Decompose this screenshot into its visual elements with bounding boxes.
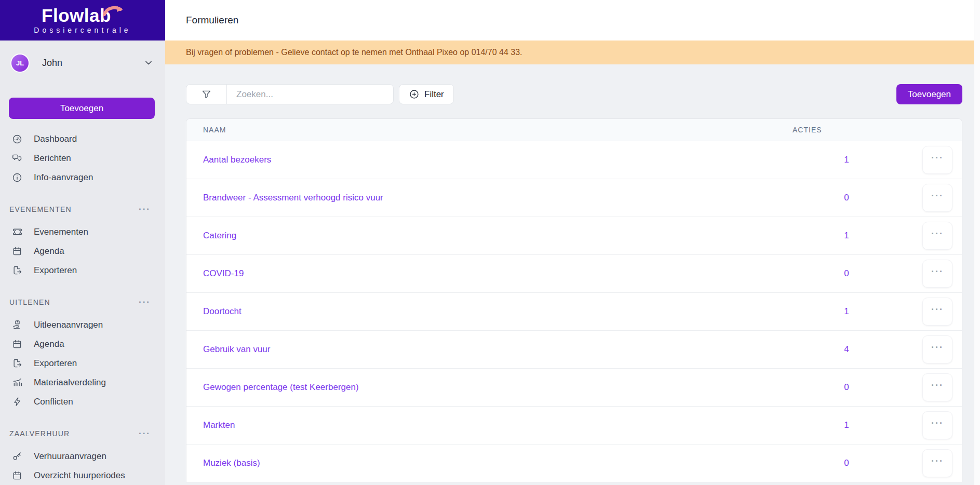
sidebar-section-uitlenen: UITLENEN ··· Uitleenaanvragen bbox=[0, 294, 165, 411]
logo-subtitle: Dossiercentrale bbox=[34, 26, 131, 34]
filter-button[interactable]: Filter bbox=[399, 84, 454, 104]
logo-arrow-icon bbox=[103, 4, 124, 18]
actions-count-link[interactable]: 1 bbox=[790, 231, 903, 241]
row-menu-button[interactable]: ··· bbox=[922, 373, 952, 401]
form-name-link[interactable]: Brandweer - Assessment verhoogd risico v… bbox=[186, 193, 790, 203]
table-row: Catering 1 ··· bbox=[186, 217, 962, 255]
calendar-icon bbox=[11, 339, 23, 350]
actions-count-link[interactable]: 0 bbox=[790, 268, 903, 279]
actions-count-link[interactable]: 4 bbox=[790, 344, 903, 355]
sidebar-item-info-aanvragen[interactable]: Info-aanvragen bbox=[0, 168, 165, 187]
sidebar-item-label: Uitleenaanvragen bbox=[34, 320, 103, 330]
form-name-link[interactable]: COVID-19 bbox=[186, 268, 790, 279]
sidebar-item-berichten[interactable]: Berichten bbox=[0, 149, 165, 168]
sidebar-item-label: Conflicten bbox=[34, 397, 73, 407]
gauge-icon bbox=[11, 133, 23, 145]
content: Filter Toevoegen NAAM ACTIES Aantal bezo… bbox=[165, 64, 980, 482]
row-menu-button[interactable]: ··· bbox=[922, 298, 952, 326]
sidebar-item-label: Exporteren bbox=[34, 358, 77, 369]
sidebar-item-exporteren-evenementen[interactable]: Exporteren bbox=[0, 261, 165, 280]
actions-count-link[interactable]: 0 bbox=[790, 382, 903, 393]
page-header: Formulieren bbox=[165, 0, 980, 41]
section-title: UITLENEN bbox=[9, 298, 50, 306]
form-name-link[interactable]: Doortocht bbox=[186, 306, 790, 317]
sidebar-item-label: Berichten bbox=[34, 153, 71, 164]
actions-count-link[interactable]: 1 bbox=[790, 155, 903, 165]
actions-count-link[interactable]: 0 bbox=[790, 193, 903, 203]
page-title: Formulieren bbox=[186, 15, 238, 26]
row-menu-button[interactable]: ··· bbox=[922, 222, 952, 250]
table-row: Doortocht 1 ··· bbox=[186, 293, 962, 331]
sidebar-item-label: Info-aanvragen bbox=[34, 172, 93, 183]
row-menu-button[interactable]: ··· bbox=[922, 411, 952, 439]
calendar-icon bbox=[11, 470, 23, 481]
main-area: Formulieren Bij vragen of problemen - Ge… bbox=[165, 0, 980, 485]
chat-icon bbox=[11, 153, 23, 164]
table-row: Markten 1 ··· bbox=[186, 407, 962, 444]
filter-button-label: Filter bbox=[424, 89, 444, 100]
sidebar-item-uitleenaanvragen[interactable]: Uitleenaanvragen bbox=[0, 315, 165, 334]
table-row: Gebruik van vuur 4 ··· bbox=[186, 331, 962, 369]
notice-banner: Bij vragen of problemen - Gelieve contac… bbox=[165, 41, 980, 64]
user-name: John bbox=[42, 58, 143, 69]
avatar: JL bbox=[10, 53, 30, 73]
actions-count-link[interactable]: 1 bbox=[790, 306, 903, 317]
ticket-icon bbox=[11, 226, 23, 238]
export-icon bbox=[11, 358, 23, 369]
notice-banner-text: Bij vragen of problemen - Gelieve contac… bbox=[186, 48, 522, 57]
sidebar-item-agenda-uitlenen[interactable]: Agenda bbox=[0, 334, 165, 354]
sidebar-item-label: Verhuuraanvragen bbox=[34, 451, 106, 462]
row-menu-button[interactable]: ··· bbox=[922, 260, 952, 288]
section-menu-icon[interactable]: ··· bbox=[139, 207, 151, 212]
form-name-link[interactable]: Catering bbox=[186, 231, 790, 241]
sidebar-item-label: Agenda bbox=[34, 339, 64, 349]
row-menu-button[interactable]: ··· bbox=[922, 335, 952, 363]
sidebar-item-label: Evenementen bbox=[34, 227, 88, 237]
sidebar-item-materiaalverdeling[interactable]: Materiaalverdeling bbox=[0, 373, 165, 392]
sidebar-item-conflicten[interactable]: Conflicten bbox=[0, 392, 165, 411]
form-name-link[interactable]: Gewogen percentage (test Keerbergen) bbox=[186, 382, 790, 393]
search-input[interactable] bbox=[227, 85, 393, 104]
sidebar-item-verhuuraanvragen[interactable]: Verhuuraanvragen bbox=[0, 447, 165, 466]
sidebar-section-zaalverhuur: ZAALVERHUUR ··· Verhuuraanvragen Overzic… bbox=[0, 426, 165, 485]
chevron-down-icon bbox=[143, 58, 154, 68]
page-scrollbar[interactable] bbox=[974, 0, 980, 485]
key-icon bbox=[11, 451, 23, 462]
sidebar-item-agenda-evenementen[interactable]: Agenda bbox=[0, 241, 165, 261]
form-name-link[interactable]: Markten bbox=[186, 420, 790, 430]
column-header-acties: ACTIES bbox=[790, 126, 962, 134]
table-row: Muziek (basis) 0 ··· bbox=[186, 444, 962, 482]
form-name-link[interactable]: Aantal bezoekers bbox=[186, 155, 790, 165]
row-menu-button[interactable]: ··· bbox=[922, 146, 952, 174]
sidebar: Flowlab Dossiercentrale JL John Toevoege… bbox=[0, 0, 165, 485]
table-row: COVID-19 0 ··· bbox=[186, 255, 962, 293]
table-row: Gewogen percentage (test Keerbergen) 0 ·… bbox=[186, 369, 962, 407]
actions-count-link[interactable]: 0 bbox=[790, 458, 903, 468]
add-button[interactable]: Toevoegen bbox=[896, 84, 962, 104]
user-menu[interactable]: JL John bbox=[0, 41, 165, 76]
form-name-link[interactable]: Muziek (basis) bbox=[186, 458, 790, 468]
sidebar-item-evenementen[interactable]: Evenementen bbox=[0, 222, 165, 241]
funnel-icon[interactable] bbox=[186, 85, 227, 104]
calendar-icon bbox=[11, 246, 23, 257]
form-name-link[interactable]: Gebruik van vuur bbox=[186, 344, 790, 355]
row-menu-button[interactable]: ··· bbox=[922, 449, 952, 477]
table-row: Aantal bezoekers 1 ··· bbox=[186, 141, 962, 179]
sidebar-item-exporteren-uitlenen[interactable]: Exporteren bbox=[0, 354, 165, 373]
app-logo[interactable]: Flowlab Dossiercentrale bbox=[0, 0, 165, 41]
section-menu-icon[interactable]: ··· bbox=[139, 300, 151, 305]
table-header: NAAM ACTIES bbox=[186, 119, 962, 141]
sidebar-item-dashboard[interactable]: Dashboard bbox=[0, 129, 165, 149]
actions-count-link[interactable]: 1 bbox=[790, 420, 903, 430]
lightning-icon bbox=[11, 396, 23, 408]
section-title: EVENEMENTEN bbox=[9, 205, 72, 213]
column-header-naam: NAAM bbox=[186, 126, 790, 134]
forms-table: NAAM ACTIES Aantal bezoekers 1 ··· Brand… bbox=[186, 118, 962, 482]
sidebar-item-label: Agenda bbox=[34, 246, 64, 257]
sidebar-add-button[interactable]: Toevoegen bbox=[9, 98, 155, 119]
sidebar-item-overzicht-huurperiodes[interactable]: Overzicht huurperiodes bbox=[0, 466, 165, 485]
section-title: ZAALVERHUUR bbox=[9, 429, 70, 438]
section-menu-icon[interactable]: ··· bbox=[139, 431, 151, 436]
search-group bbox=[186, 84, 394, 104]
row-menu-button[interactable]: ··· bbox=[922, 184, 952, 212]
